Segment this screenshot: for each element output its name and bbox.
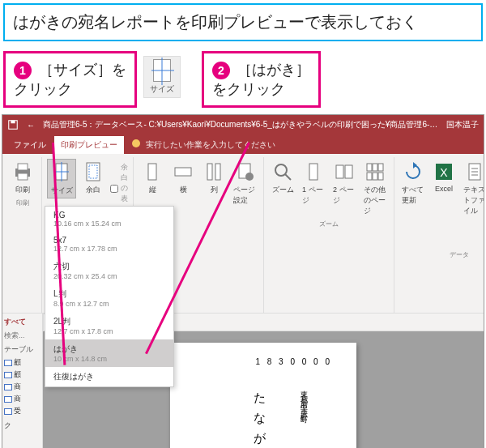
step-number-1: 1 — [14, 62, 32, 79]
table-icon — [4, 384, 12, 390]
nav-table-item[interactable]: 商 — [4, 393, 40, 405]
back-icon[interactable]: ← — [27, 121, 35, 130]
nav-header[interactable]: すべて — [4, 317, 40, 327]
size-option-5x7[interactable]: 5x7 12.7 cm x 17.78 cm — [45, 232, 173, 257]
svg-rect-1 — [11, 121, 15, 124]
tell-me-text: 実行したい作業を入力してください — [146, 140, 275, 149]
show-margin-input[interactable] — [110, 185, 118, 193]
text-file-button[interactable]: テキストファイル — [461, 159, 484, 218]
excel-icon: X — [433, 160, 455, 183]
svg-rect-12 — [207, 164, 212, 180]
page-setup-button[interactable]: ページ設定 — [231, 159, 258, 207]
svg-rect-21 — [367, 164, 372, 171]
table-icon — [4, 396, 12, 403]
text-file-icon — [463, 160, 484, 183]
step1-text-a: ［サイズ］を — [39, 62, 126, 78]
svg-point-15 — [245, 173, 254, 181]
two-page-button[interactable]: 2 ページ — [330, 159, 358, 207]
postcard-page: 1 8 3 0 0 0 0 東京都府中市若松町 たなが さとみ 様 — [170, 343, 356, 448]
refresh-icon — [402, 160, 424, 183]
ribbon-group-data: すべて更新 X Excel テキストファイル 📄PDF または XF ✉電子メー… — [394, 157, 484, 313]
postcard-zip: 1 8 3 0 0 0 0 — [255, 357, 332, 366]
table-icon — [4, 372, 12, 378]
svg-rect-3 — [18, 164, 28, 170]
landscape-icon — [172, 160, 194, 183]
margin-button[interactable]: 余白 — [79, 159, 107, 197]
landscape-button[interactable]: 横 — [169, 159, 197, 197]
table-icon — [4, 408, 12, 415]
nav-table-item[interactable]: 商 — [4, 381, 40, 393]
more-pages-button[interactable]: その他のページ — [361, 159, 389, 218]
save-icon[interactable] — [7, 119, 19, 130]
svg-rect-20 — [345, 165, 352, 178]
svg-rect-4 — [18, 173, 28, 180]
size-option-return-hagaki[interactable]: 往復はがき — [45, 367, 173, 386]
step2-text-b: をクリック — [212, 81, 285, 97]
refresh-button[interactable]: すべて更新 — [399, 159, 427, 207]
svg-line-17 — [285, 174, 291, 180]
navigation-pane[interactable]: すべて 検索... テーブル 顧 顧 商 商 受 ク — [2, 314, 43, 448]
svg-rect-19 — [336, 165, 343, 178]
tab-print-preview[interactable]: 印刷プレビュー — [54, 136, 124, 154]
user-name: 国本温子 — [446, 119, 479, 130]
nav-table-item[interactable]: 受 — [4, 405, 40, 417]
svg-marker-27 — [413, 162, 417, 169]
excel-button[interactable]: X Excel — [430, 159, 458, 194]
print-button[interactable]: 印刷 — [9, 159, 36, 197]
one-page-button[interactable]: 1 ページ — [300, 159, 327, 207]
nav-group-tables[interactable]: テーブル — [4, 344, 40, 355]
title-bar: ← 商品管理6-5：データベース- C:¥Users¥Kaori¥Documen… — [2, 115, 484, 134]
group-label-print: 印刷 — [16, 198, 29, 207]
access-window: ← 商品管理6-5：データベース- C:¥Users¥Kaori¥Documen… — [2, 114, 484, 448]
svg-rect-10 — [148, 164, 156, 180]
step2-text-a: ［はがき］ — [237, 62, 310, 78]
svg-rect-25 — [373, 173, 377, 180]
portrait-button[interactable]: 縦 — [139, 159, 166, 197]
size-button-label: サイズ — [150, 83, 174, 95]
more-pages-icon — [364, 160, 386, 183]
svg-rect-23 — [378, 164, 383, 171]
size-option-kg[interactable]: KG 10.16 cm x 15.24 cm — [45, 207, 173, 232]
portrait-icon — [141, 160, 164, 183]
size-option-6cut[interactable]: 六切 20.32 cm x 25.4 cm — [45, 257, 173, 284]
svg-rect-13 — [215, 164, 220, 180]
group-label-data: データ — [450, 250, 469, 259]
window-title: 商品管理6-5：データベース- C:¥Users¥Kaori¥Documents… — [43, 119, 438, 130]
group-label-zoom: ズーム — [319, 220, 339, 228]
size-option-l[interactable]: L判 8.9 cm x 12.7 cm — [45, 284, 173, 312]
table-icon — [4, 360, 12, 366]
nav-table-item[interactable]: 顧 — [4, 356, 40, 369]
instruction-top: はがきの宛名レポートを印刷プレビューで表示しておく — [3, 3, 483, 41]
svg-text:X: X — [440, 166, 448, 179]
nav-table-item[interactable]: 顧 — [4, 369, 40, 381]
nav-search[interactable]: 検索... — [4, 331, 40, 341]
svg-rect-11 — [175, 168, 191, 176]
zoom-button[interactable]: ズーム — [269, 159, 296, 197]
annotation-step-2: 2 ［はがき］ をクリック — [202, 51, 321, 108]
margin-icon — [82, 160, 104, 183]
svg-point-16 — [275, 164, 287, 176]
svg-rect-26 — [378, 173, 383, 180]
bulb-icon — [132, 139, 140, 147]
svg-rect-22 — [373, 164, 377, 171]
svg-rect-24 — [367, 173, 372, 180]
size-button[interactable]: サイズ — [47, 159, 76, 198]
step1-text-b: クリック — [14, 81, 72, 97]
printer-icon — [11, 160, 34, 183]
two-page-icon — [333, 160, 356, 183]
ribbon-group-zoom: ズーム 1 ページ 2 ページ その他のページ ズーム — [264, 157, 394, 313]
tab-file[interactable]: ファイル — [7, 136, 53, 154]
step-number-2: 2 — [212, 62, 230, 79]
one-page-icon — [302, 160, 325, 183]
margin-label: 余白 — [86, 185, 100, 195]
instruction-top-text: はがきの宛名レポートを印刷プレビューで表示しておく — [13, 13, 418, 31]
tell-me-search[interactable]: 実行したい作業を入力してください — [126, 136, 282, 154]
size-button-illustration: サイズ — [143, 56, 181, 98]
nav-group-queries[interactable]: ク — [4, 420, 40, 431]
svg-rect-18 — [309, 164, 318, 180]
postcard-name: たなが さとみ — [252, 383, 267, 448]
annotation-row: 1 ［サイズ］を クリック サイズ 2 ［はがき］ をクリック — [0, 45, 486, 114]
zoom-icon — [271, 160, 294, 183]
annotation-step-1: 1 ［サイズ］を クリック — [3, 51, 137, 108]
page-icon — [153, 59, 171, 82]
